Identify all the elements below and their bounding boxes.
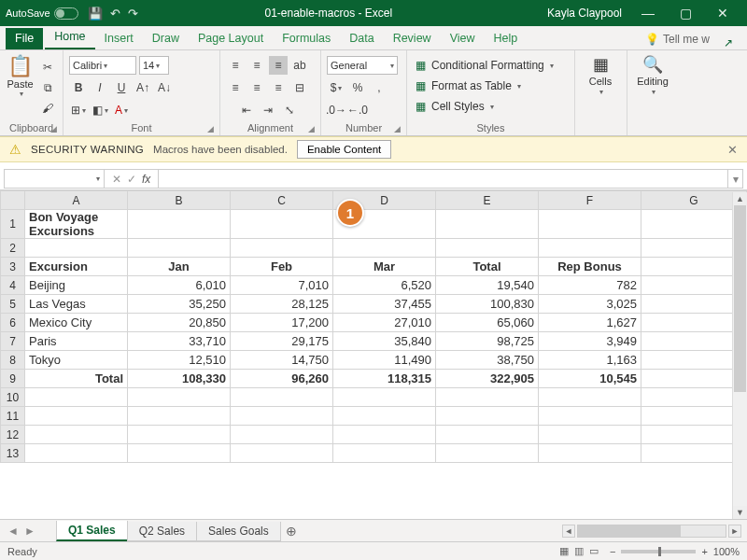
align-top-button[interactable]: ≡	[226, 56, 245, 75]
row-header[interactable]: 8	[1, 351, 25, 370]
cell[interactable]: 98,725	[436, 332, 539, 351]
cell[interactable]: 3,949	[539, 332, 641, 351]
cell[interactable]	[539, 210, 641, 239]
cell[interactable]	[436, 239, 539, 258]
row-header[interactable]: 4	[1, 276, 25, 295]
cell[interactable]	[641, 239, 747, 258]
scroll-down-icon[interactable]: ▼	[733, 506, 747, 519]
cell[interactable]	[641, 314, 747, 332]
cell[interactable]: Mar	[333, 258, 436, 276]
cell[interactable]	[333, 239, 436, 258]
paste-button[interactable]: 📋 Paste ▾	[6, 54, 35, 121]
tab-page-layout[interactable]: Page Layout	[189, 28, 273, 49]
cell[interactable]	[539, 444, 641, 463]
cell[interactable]	[641, 258, 747, 276]
share-button[interactable]: ↗	[715, 36, 741, 49]
currency-button[interactable]: $▾	[327, 78, 345, 97]
tab-help[interactable]: Help	[485, 28, 528, 49]
cell[interactable]	[641, 426, 747, 444]
select-all-corner[interactable]	[1, 191, 25, 210]
minimize-button[interactable]: —	[629, 6, 667, 21]
zoom-out-button[interactable]: −	[610, 546, 615, 557]
cell[interactable]: Excursion	[25, 258, 128, 276]
cell[interactable]: Las Vegas	[25, 295, 128, 314]
cell[interactable]	[231, 407, 333, 426]
cell[interactable]	[641, 210, 747, 239]
cell-styles-button[interactable]: ▦Cell Styles▾	[413, 97, 494, 116]
cell[interactable]: 6,010	[128, 276, 231, 295]
row-header[interactable]: 6	[1, 314, 25, 332]
cell[interactable]: Jan	[128, 258, 231, 276]
number-format-select[interactable]: General▾	[327, 56, 398, 75]
cell[interactable]: 7,010	[231, 276, 333, 295]
worksheet-grid[interactable]: A B C D E F G 1Bon Voyage Excursions23Ex…	[0, 190, 747, 463]
cell[interactable]	[25, 426, 128, 444]
cell[interactable]	[128, 210, 231, 239]
cell[interactable]	[128, 407, 231, 426]
align-right-button[interactable]: ≡	[269, 78, 288, 97]
table-row[interactable]: 10	[1, 388, 747, 407]
cell[interactable]	[436, 388, 539, 407]
bold-button[interactable]: B	[69, 78, 88, 97]
row-header[interactable]: 12	[1, 426, 25, 444]
cell[interactable]: 33,710	[128, 332, 231, 351]
zoom-slider[interactable]	[621, 550, 696, 553]
cell[interactable]	[641, 388, 747, 407]
scroll-thumb[interactable]	[734, 205, 746, 392]
cell[interactable]: Mexico City	[25, 314, 128, 332]
page-break-view-icon[interactable]: ▭	[589, 545, 599, 557]
font-color-button[interactable]: A▾	[112, 101, 131, 119]
cell[interactable]	[231, 388, 333, 407]
col-header[interactable]: A	[25, 191, 128, 210]
comma-button[interactable]: ,	[370, 78, 388, 97]
cell[interactable]: 782	[539, 276, 641, 295]
cell[interactable]: 1,627	[539, 314, 641, 332]
expand-formula-bar-icon[interactable]: ▾	[728, 169, 743, 189]
percent-button[interactable]: %	[348, 78, 367, 97]
orientation-button[interactable]: ⤡	[280, 101, 299, 119]
cell[interactable]	[128, 444, 231, 463]
cell[interactable]	[436, 407, 539, 426]
cell[interactable]: 28,125	[231, 295, 333, 314]
cell[interactable]: 37,455	[333, 295, 436, 314]
align-middle-button[interactable]: ≡	[247, 56, 266, 75]
cell[interactable]	[25, 388, 128, 407]
cell[interactable]: Beijing	[25, 276, 128, 295]
cell[interactable]	[641, 295, 747, 314]
accept-formula-icon[interactable]: ✓	[127, 173, 136, 186]
cell[interactable]: 14,750	[231, 351, 333, 370]
cell[interactable]: Feb	[231, 258, 333, 276]
row-header[interactable]: 1	[1, 210, 25, 239]
zoom-level[interactable]: 100%	[713, 546, 740, 557]
col-header[interactable]: C	[231, 191, 333, 210]
editing-button[interactable]: 🔍Editing▾	[633, 54, 672, 133]
cell[interactable]: 12,510	[128, 351, 231, 370]
increase-decimal-button[interactable]: .0→	[327, 101, 345, 119]
cell[interactable]	[128, 239, 231, 258]
col-header[interactable]: E	[436, 191, 539, 210]
autosave-toggle[interactable]: AutoSave	[6, 7, 78, 20]
align-center-button[interactable]: ≡	[247, 78, 266, 97]
italic-button[interactable]: I	[91, 78, 109, 97]
col-header[interactable]: F	[539, 191, 641, 210]
cell[interactable]: 6,520	[333, 276, 436, 295]
cut-button[interactable]: ✂	[38, 58, 57, 77]
cell[interactable]: 35,250	[128, 295, 231, 314]
decrease-decimal-button[interactable]: ←.0	[348, 101, 367, 119]
cell[interactable]	[641, 444, 747, 463]
cancel-formula-icon[interactable]: ✕	[112, 173, 121, 186]
cell[interactable]: 11,490	[333, 351, 436, 370]
merge-button[interactable]: ⊟	[290, 78, 309, 97]
scroll-up-icon[interactable]: ▲	[733, 192, 747, 205]
redo-icon[interactable]: ↷	[128, 7, 138, 21]
chevron-down-icon[interactable]: ▾	[96, 175, 100, 183]
tab-formulas[interactable]: Formulas	[273, 28, 340, 49]
row-header[interactable]: 9	[1, 370, 25, 388]
vertical-scrollbar[interactable]: ▲ ▼	[732, 192, 747, 519]
row-header[interactable]: 2	[1, 239, 25, 258]
tab-view[interactable]: View	[441, 28, 485, 49]
scroll-thumb[interactable]	[578, 525, 681, 537]
font-name-select[interactable]: Calibri▾	[69, 56, 136, 75]
format-painter-button[interactable]: 🖌	[38, 99, 57, 118]
close-button[interactable]: ✕	[704, 6, 741, 21]
